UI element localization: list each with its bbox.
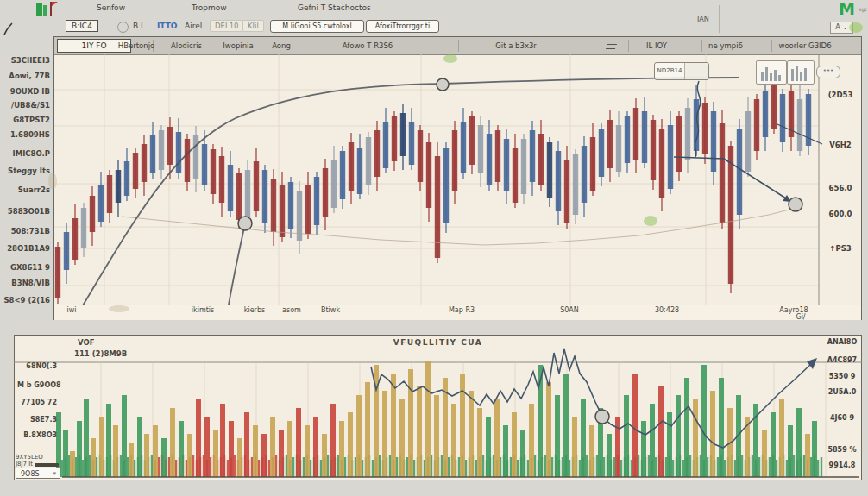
toolbar-button[interactable]: Airel bbox=[185, 20, 202, 30]
candlestick bbox=[236, 173, 242, 220]
tab[interactable]: Aong bbox=[272, 41, 291, 50]
volume-bar bbox=[581, 399, 586, 477]
volume-bar bbox=[812, 421, 817, 477]
tab[interactable]: HBertonjo bbox=[118, 41, 154, 50]
volume-bar bbox=[270, 417, 275, 477]
tab[interactable]: Afowo T R3S6 bbox=[343, 41, 393, 50]
axis-label: /UB8&/S1 bbox=[2, 101, 50, 110]
axis-label: S3CIIEEI3 bbox=[2, 56, 50, 65]
candlestick bbox=[513, 148, 518, 203]
chevron-down-icon: ▾ bbox=[53, 468, 56, 480]
volume-bar bbox=[305, 425, 310, 477]
candlestick bbox=[685, 108, 690, 160]
tab-separator bbox=[701, 40, 702, 52]
circle-marker[interactable] bbox=[595, 410, 609, 424]
axis-label: 28O1B1A9 bbox=[2, 244, 50, 253]
toolbar: B:IC4B IITTOAirelDEL10KIilM liGoni S5.cw… bbox=[0, 17, 868, 36]
candlestick bbox=[392, 116, 397, 161]
volume-bars-group bbox=[56, 361, 817, 477]
candlestick bbox=[107, 175, 112, 213]
menu-bar: SenfowTropmowGefni T Stachoctos bbox=[0, 0, 868, 17]
candlestick bbox=[607, 120, 613, 168]
toolbar-button[interactable]: AfoxiTtrorrggr ti bbox=[366, 20, 439, 33]
axis-label: G8TPST2 bbox=[2, 116, 50, 124]
candlestick bbox=[702, 103, 708, 154]
tab[interactable]: ne ympi6 bbox=[708, 41, 743, 50]
menu-item[interactable]: Gefni T Stachoctos bbox=[298, 3, 371, 12]
candlestick bbox=[374, 130, 380, 177]
volume-bar bbox=[529, 404, 534, 477]
candlestick bbox=[254, 161, 259, 211]
menu-item[interactable]: Senfow bbox=[97, 3, 125, 12]
more-options-button[interactable]: ••• bbox=[816, 66, 840, 78]
candlestick bbox=[219, 156, 224, 203]
volume-bar bbox=[460, 374, 465, 477]
toolbar-divider bbox=[719, 5, 720, 33]
tab[interactable]: Git a b3x3r bbox=[495, 41, 537, 50]
candlestick bbox=[150, 135, 155, 173]
candlestick bbox=[426, 142, 431, 208]
menu-item[interactable]: Tropmow bbox=[192, 3, 227, 12]
mini-chart-thumbnail[interactable] bbox=[787, 60, 815, 85]
candlestick bbox=[133, 153, 138, 189]
chart-header-tabs: 1IY FOHBertonjoAlodicrisIwopiniaAongAfow… bbox=[54, 37, 861, 55]
toolbar-button[interactable]: KIil bbox=[242, 20, 264, 32]
toolbar-button[interactable]: M liGoni S5.cwtoloxl bbox=[270, 20, 364, 33]
volume-bar bbox=[204, 417, 210, 477]
volume-bar bbox=[356, 395, 362, 477]
chart-info-box[interactable]: ND2B14 bbox=[654, 62, 709, 80]
toolbar-button[interactable]: B I bbox=[133, 20, 143, 30]
candlestick bbox=[469, 116, 475, 165]
tab[interactable]: woorler G3ID6 bbox=[778, 41, 831, 50]
volume-bar bbox=[701, 365, 707, 477]
toolbar-button[interactable]: B:IC4 bbox=[66, 20, 98, 32]
candles-group bbox=[55, 72, 811, 304]
candlestick bbox=[737, 129, 742, 215]
sort-icon[interactable] bbox=[606, 44, 617, 49]
toolbar-button[interactable]: DEL10 bbox=[210, 20, 243, 32]
tab[interactable]: Alodicris bbox=[171, 41, 202, 50]
period-dropdown[interactable]: 9O8S▾ bbox=[16, 468, 60, 479]
candlestick bbox=[745, 111, 751, 172]
axis-label: 1.6809HS bbox=[2, 130, 50, 139]
candlestick bbox=[668, 125, 673, 189]
circle-marker[interactable] bbox=[437, 78, 449, 91]
volume-bar bbox=[520, 430, 525, 477]
volume-bar bbox=[684, 378, 689, 477]
volume-bar bbox=[425, 361, 431, 477]
volume-bar bbox=[91, 438, 96, 477]
volume-bar bbox=[279, 430, 284, 477]
main-chart-panel: 1IY FOHBertonjoAlodicrisIwopiniaAongAfow… bbox=[53, 36, 862, 320]
candlestick bbox=[461, 122, 466, 173]
account-dropdown[interactable]: A ⌄ bbox=[830, 22, 853, 34]
tab-separator bbox=[458, 40, 459, 52]
candlestick bbox=[314, 177, 319, 225]
volume-bar bbox=[658, 386, 664, 477]
toolbar-button[interactable]: ITTO bbox=[157, 20, 177, 30]
circle-icon[interactable] bbox=[117, 22, 129, 33]
tab[interactable]: IL IOY bbox=[646, 41, 667, 50]
volume-bar bbox=[296, 408, 301, 477]
candlestick bbox=[711, 111, 716, 172]
candlestick bbox=[625, 116, 630, 163]
tab[interactable]: Iwopinia bbox=[223, 41, 253, 50]
volume-bar bbox=[650, 404, 655, 477]
candlestick bbox=[452, 130, 457, 191]
volume-bar bbox=[187, 434, 192, 477]
candlestick bbox=[262, 170, 267, 223]
candlestick bbox=[116, 170, 121, 203]
mini-chart-thumbnail[interactable] bbox=[756, 60, 787, 85]
brand-logo: M bbox=[839, 0, 855, 18]
circle-marker[interactable] bbox=[789, 198, 802, 211]
volume-bar bbox=[503, 425, 508, 477]
candlestick bbox=[271, 179, 276, 232]
volume-bar bbox=[805, 434, 810, 477]
volume-bar bbox=[161, 438, 167, 477]
volume-bar bbox=[137, 417, 142, 477]
candlestick bbox=[400, 113, 406, 156]
candlestick bbox=[651, 120, 656, 180]
circle-marker[interactable] bbox=[238, 217, 252, 230]
volume-bar bbox=[494, 399, 500, 477]
mini-slider[interactable] bbox=[35, 463, 59, 467]
candlestick bbox=[771, 85, 777, 129]
